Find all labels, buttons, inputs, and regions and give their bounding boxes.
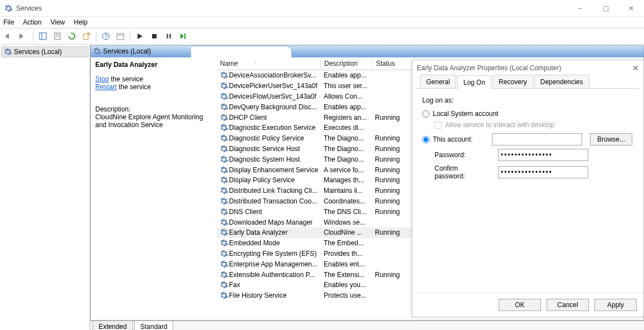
dialog-title: Early Data Analyzer Properties (Local Co… (417, 64, 561, 72)
service-name-cell: Diagnostic System Host (229, 156, 300, 163)
service-status-cell: Running (372, 156, 413, 163)
service-status-cell: Running (372, 145, 413, 153)
service-desc-cell: The Embed... (320, 239, 372, 247)
gear-icon (220, 187, 228, 195)
service-name-cell: File History Service (229, 292, 286, 299)
tab-dependencies[interactable]: Dependencies (534, 75, 589, 88)
gear-icon (220, 114, 228, 122)
export-icon[interactable] (80, 30, 93, 43)
menu-view[interactable]: View (51, 18, 65, 26)
gear-icon (220, 145, 228, 153)
checkbox-icon (435, 122, 442, 129)
service-name-cell: Enterprise App Managemen... (229, 260, 318, 268)
service-desc-cell: CloudNine ... (320, 229, 372, 236)
service-status-cell: Running (372, 197, 413, 205)
account-input[interactable] (492, 133, 582, 145)
password-label: Password: (435, 151, 490, 159)
calendar-icon[interactable] (114, 30, 127, 43)
titlebar: Services – ▢ ✕ (0, 0, 644, 17)
window-close[interactable]: ✕ (618, 0, 644, 16)
confirm-password-label: Confirm password: (435, 164, 490, 180)
restart-service-link[interactable]: Restart (95, 83, 117, 91)
service-name-cell: DHCP Client (229, 114, 267, 122)
service-desc-cell: The DNS Cli... (320, 208, 372, 216)
tab-logon[interactable]: Log On (457, 75, 491, 89)
radio-this-account[interactable] (422, 136, 430, 143)
service-name-cell: Distributed Transaction Coo... (229, 197, 317, 205)
service-desc-cell: The Diagno... (320, 156, 372, 163)
window-title: Services (16, 4, 42, 12)
menu-help[interactable]: Help (74, 18, 88, 26)
service-desc-cell: Enables ent... (320, 260, 372, 268)
refresh-icon[interactable] (65, 30, 79, 43)
pane-header-label: Services (Local) (103, 47, 151, 55)
pane-header: Services (Local) (90, 45, 644, 57)
menu-action[interactable]: Action (23, 18, 41, 26)
cancel-button[interactable]: Cancel (547, 299, 589, 311)
stop-service-link[interactable]: Stop (95, 75, 109, 83)
service-name-cell: Downloaded Maps Manager (229, 219, 313, 226)
menubar: File Action View Help (0, 17, 644, 28)
service-name-cell: DevicePickerUserSvc_143a0f (229, 82, 318, 90)
col-status[interactable]: Status (373, 57, 414, 70)
service-name-cell: Diagnostic Policy Service (229, 134, 304, 142)
service-desc-cell: Provides th... (320, 250, 372, 258)
help-icon[interactable]: ? (99, 30, 113, 43)
browse-button[interactable]: Browse... (590, 133, 632, 145)
dialog-close[interactable]: ✕ (632, 64, 639, 72)
pause-service-icon[interactable] (162, 30, 175, 43)
app-icon (3, 3, 13, 13)
service-desc-cell: Enables app... (320, 71, 372, 79)
service-name-cell: Display Enhancement Service (229, 166, 318, 174)
apply-button[interactable]: Apply (594, 299, 637, 311)
forward-button[interactable] (17, 30, 30, 43)
service-desc-cell: Coordinates... (320, 197, 372, 205)
gear-icon (220, 176, 228, 184)
svg-rect-0 (40, 33, 46, 40)
restart-service-icon[interactable] (177, 30, 190, 43)
service-desc-cell: Enables you... (320, 281, 372, 289)
tab-extended[interactable]: Extended (92, 321, 133, 330)
tab-general[interactable]: General (420, 75, 456, 88)
svg-rect-12 (169, 34, 171, 38)
service-name-cell: DevQuery Background Disc... (229, 103, 317, 111)
col-name[interactable]: Nameˆ (217, 57, 321, 70)
password-input[interactable] (498, 149, 588, 161)
service-desc-cell: This user ser... (320, 82, 372, 90)
gear-icon (220, 156, 228, 163)
service-status-cell: Running (372, 229, 413, 236)
service-name-cell: Diagnostic Execution Service (229, 124, 315, 132)
window-maximize[interactable]: ▢ (593, 0, 618, 16)
gear-icon (220, 271, 228, 279)
radio-local-system[interactable] (422, 110, 430, 118)
gear-icon (93, 47, 101, 55)
service-desc-cell: Windows se... (320, 219, 372, 226)
confirm-password-input[interactable] (498, 166, 588, 178)
tab-recovery[interactable]: Recovery (492, 75, 533, 88)
selected-service-name: Early Data Analyzer (95, 61, 212, 69)
menu-file[interactable]: File (3, 18, 14, 26)
gear-icon (220, 250, 228, 258)
col-description[interactable]: Description (321, 57, 373, 70)
gear-icon (220, 103, 228, 111)
showpane-icon[interactable] (36, 30, 50, 43)
service-name-cell: DevicesFlowUserSvc_143a0f (229, 93, 316, 100)
service-status-cell: Running (372, 166, 413, 174)
back-button[interactable] (2, 30, 16, 43)
svg-rect-5 (84, 34, 88, 40)
gear-icon (220, 281, 228, 289)
properties-icon[interactable] (51, 30, 64, 43)
detail-pane: Early Data Analyzer Stop the service Res… (91, 57, 217, 320)
service-desc-cell: Enables app... (320, 103, 372, 111)
gear-icon (220, 124, 228, 132)
start-service-icon[interactable] (133, 30, 147, 43)
ok-button[interactable]: OK (499, 299, 541, 311)
service-status-cell: Running (372, 114, 413, 122)
tree-root[interactable]: Services (Local) (1, 46, 89, 57)
gear-icon (220, 166, 228, 174)
sort-asc-icon: ˆ (255, 61, 256, 66)
service-name-cell: Early Data Analyzer (229, 229, 287, 236)
stop-service-icon[interactable] (148, 30, 161, 43)
tab-standard[interactable]: Standard (134, 321, 174, 330)
window-minimize[interactable]: – (567, 0, 593, 16)
